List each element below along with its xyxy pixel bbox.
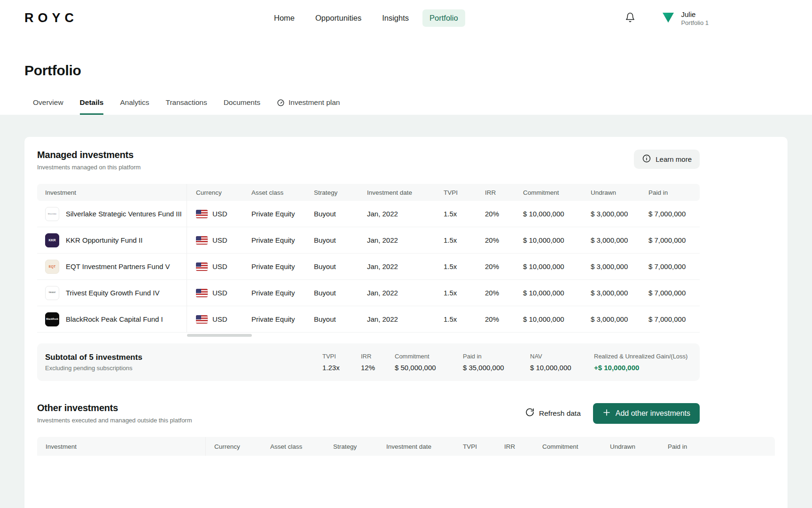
currency-cell: USD	[187, 262, 251, 271]
strategy-cell: Buyout	[314, 210, 367, 218]
irr-cell: 20%	[485, 289, 523, 297]
us-flag-icon	[196, 236, 208, 245]
column-header-undrawn: Undrawn	[591, 189, 648, 196]
learn-more-label: Learn more	[656, 155, 692, 163]
top-navbar: ROYC HomeOpportunitiesInsightsPortfolio …	[0, 0, 812, 36]
user-menu[interactable]: Julie Portfolio 1	[662, 10, 709, 26]
investment-row[interactable]: TRIVESTTrivest Equity Growth Fund IVUSDP…	[37, 280, 700, 306]
column-header-paid-in: Paid in	[668, 443, 775, 450]
tab-transactions[interactable]: Transactions	[165, 98, 207, 115]
tvpi-cell: 1.5x	[444, 236, 485, 244]
commitment-cell: $ 10,000,000	[523, 236, 591, 244]
column-header-tvpi: TVPI	[444, 189, 485, 196]
us-flag-icon	[196, 289, 208, 297]
column-header-investment: Investment	[37, 437, 206, 456]
page-content: Managed investments Investments managed …	[0, 115, 812, 508]
metric-label: Realized & Unrealized Gain/(Loss)	[594, 353, 700, 360]
managed-investments-title: Managed investments	[37, 150, 141, 160]
column-header-investment: Investment	[37, 184, 187, 201]
metric-label: IRR	[361, 353, 395, 360]
column-header-investment-date: Investment date	[367, 189, 444, 196]
fund-name: EQT Investment Partners Fund V	[66, 262, 170, 270]
column-header-currency: Currency	[187, 189, 251, 196]
tab-overview[interactable]: Overview	[33, 98, 63, 115]
currency-cell: USD	[187, 236, 251, 245]
fund-logo: BlackRock	[45, 312, 59, 326]
tab-label: Analytics	[120, 98, 149, 107]
gauge-icon	[277, 99, 285, 107]
fund-logo: TRIVEST	[45, 286, 59, 300]
tab-documents[interactable]: Documents	[224, 98, 260, 115]
irr-cell: 20%	[485, 315, 523, 323]
fund-name: KKR Opportunity Fund II	[66, 236, 142, 244]
managed-table-header: InvestmentCurrencyAsset classStrategyInv…	[37, 184, 700, 201]
nav-item-insights[interactable]: Insights	[375, 9, 416, 27]
managed-investments-table: InvestmentCurrencyAsset classStrategyInv…	[37, 184, 700, 337]
metric-label: TVPI	[322, 353, 361, 360]
add-other-investments-button[interactable]: Add other investments	[593, 403, 700, 424]
metric-value: 12%	[361, 364, 395, 372]
investment-row[interactable]: SilverlakeSilverlake Strategic Ventures …	[37, 201, 700, 227]
tab-investment-plan[interactable]: Investment plan	[277, 98, 340, 115]
tvpi-cell: 1.5x	[444, 262, 485, 270]
subtotal-metric-commitment: Commitment$ 50,000,000	[395, 353, 463, 372]
column-header-irr: IRR	[504, 443, 542, 450]
fund-logo: KKR	[45, 233, 59, 247]
investment-row[interactable]: KKRKKR Opportunity Fund IIUSDPrivate Equ…	[37, 227, 700, 254]
page-header: Portfolio OverviewDetailsAnalyticsTransa…	[0, 36, 812, 115]
horizontal-scrollbar[interactable]	[187, 334, 700, 337]
investment-date-cell: Jan, 2022	[367, 315, 444, 323]
metric-label: NAV	[530, 353, 594, 360]
undrawn-cell: $ 3,000,000	[591, 315, 648, 323]
topbar-right: Julie Portfolio 1	[625, 10, 709, 26]
undrawn-cell: $ 3,000,000	[591, 210, 648, 218]
fund-name: BlackRock Peak Capital Fund I	[66, 315, 163, 323]
metric-label: Paid in	[463, 353, 530, 360]
asset-class-cell: Private Equity	[251, 289, 314, 297]
strategy-cell: Buyout	[314, 262, 367, 270]
tab-analytics[interactable]: Analytics	[120, 98, 149, 115]
scrollbar-thumb[interactable]	[187, 334, 252, 337]
tab-details[interactable]: Details	[80, 98, 104, 115]
asset-class-cell: Private Equity	[251, 315, 314, 323]
column-header-strategy: Strategy	[314, 189, 367, 196]
investment-cell: BlackRockBlackRock Peak Capital Fund I	[37, 306, 187, 332]
portfolio-details-card: Managed investments Investments managed …	[24, 137, 788, 508]
metric-label: Commitment	[395, 353, 463, 360]
tvpi-cell: 1.5x	[444, 315, 485, 323]
investment-date-cell: Jan, 2022	[367, 289, 444, 297]
paid-in-cell: $ 7,000,000	[648, 236, 700, 244]
managed-investments-header: Managed investments Investments managed …	[37, 150, 700, 171]
learn-more-button[interactable]: Learn more	[634, 150, 700, 169]
investment-row[interactable]: EQTEQT Investment Partners Fund VUSDPriv…	[37, 254, 700, 280]
paid-in-cell: $ 7,000,000	[648, 315, 700, 323]
investment-cell: EQTEQT Investment Partners Fund V	[37, 254, 187, 279]
investment-cell: SilverlakeSilverlake Strategic Ventures …	[37, 201, 187, 227]
fund-name: Trivest Equity Growth Fund IV	[66, 289, 160, 297]
subtotal-metric-paid-in: Paid in$ 35,000,000	[463, 353, 530, 372]
investment-row[interactable]: BlackRockBlackRock Peak Capital Fund IUS…	[37, 306, 700, 333]
refresh-data-button[interactable]: Refresh data	[525, 408, 581, 419]
column-header-asset-class: Asset class	[251, 189, 314, 196]
column-header-investment-date: Investment date	[386, 443, 463, 450]
other-table-header: InvestmentCurrencyAsset classStrategyInv…	[37, 437, 775, 456]
us-flag-icon	[196, 315, 208, 324]
notifications-button[interactable]	[625, 12, 635, 24]
metric-value: $ 35,000,000	[463, 364, 530, 372]
investment-date-cell: Jan, 2022	[367, 210, 444, 218]
nav-item-opportunities[interactable]: Opportunities	[308, 9, 368, 27]
metric-value: $ 50,000,000	[395, 364, 463, 372]
undrawn-cell: $ 3,000,000	[591, 289, 648, 297]
column-header-undrawn: Undrawn	[610, 443, 668, 450]
info-icon	[642, 154, 651, 165]
column-header-tvpi: TVPI	[463, 443, 504, 450]
subtotal-metric-nav: NAV$ 10,000,000	[530, 353, 594, 372]
column-header-asset-class: Asset class	[270, 443, 333, 450]
nav-item-portfolio[interactable]: Portfolio	[422, 9, 465, 27]
currency-cell: USD	[187, 315, 251, 324]
nav-item-home[interactable]: Home	[267, 9, 302, 27]
brand-logo: ROYC	[24, 11, 78, 25]
other-investments-subtitle: Investments executed and managed outside…	[37, 417, 192, 424]
subtotal-note: Excluding pending subscriptions	[45, 365, 322, 372]
column-header-currency: Currency	[206, 443, 270, 450]
